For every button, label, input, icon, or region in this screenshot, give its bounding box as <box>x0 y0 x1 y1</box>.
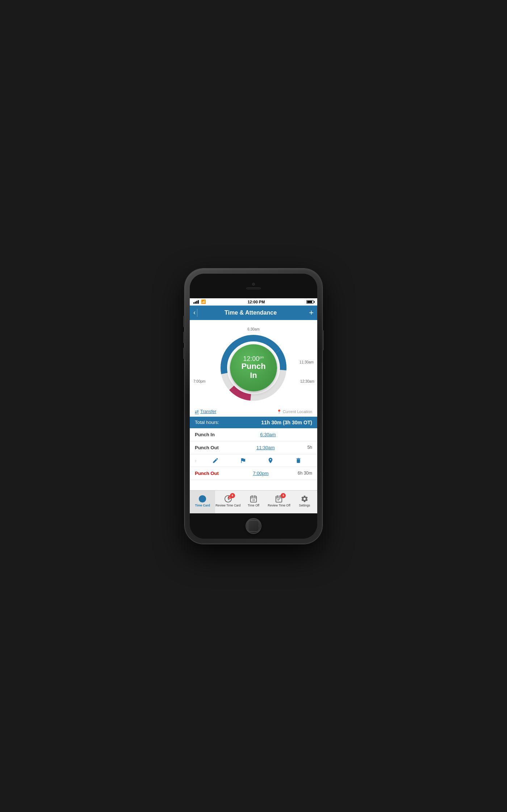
label-1230am: 12:30am <box>300 379 314 383</box>
settings-icon <box>301 495 309 503</box>
nav-settings[interactable]: Settings <box>292 491 317 513</box>
time-off-icon: 15 <box>250 495 257 503</box>
nav-time-off-label: Time Off <box>248 504 259 507</box>
signal-bars <box>193 300 199 304</box>
punch-out-row-2: Punch Out 7:00pm 6h 30m <box>190 467 317 480</box>
status-right <box>306 300 314 304</box>
punch-out-row-1: Punch Out 11:30am 5h <box>190 441 317 454</box>
transfer-row: ⇄ Transfer 📍 Current Location <box>190 407 317 417</box>
clock-display: 12:00pm <box>243 355 264 362</box>
review-time-off-badge: 8 <box>281 493 286 498</box>
main-content: 6:30am 11:30am 12:30am 7:00pm <box>190 320 317 490</box>
label-630am: 6:30am <box>247 327 259 331</box>
home-button-inner <box>248 520 259 532</box>
svg-text:15: 15 <box>252 499 255 501</box>
punch-label: PunchIn <box>241 362 265 379</box>
status-time: 12:00 PM <box>248 300 265 304</box>
review-time-card-badge: 8 <box>230 493 235 498</box>
punch-out-label-1: Punch Out <box>195 445 224 450</box>
phone-device: 📶 12:00 PM ‹ Time & Attendance + <box>185 269 322 544</box>
flag-button[interactable] <box>240 457 246 464</box>
app-header: ‹ Time & Attendance + <box>190 306 317 320</box>
total-hours-value: 11h 30m (3h 30m OT) <box>261 420 312 425</box>
status-bar: 📶 12:00 PM <box>190 298 317 306</box>
location-pin-icon: 📍 <box>277 409 282 414</box>
nav-settings-label: Settings <box>299 504 310 507</box>
punch-out-duration-2: 6h 30m <box>298 471 312 476</box>
phone-bottom <box>190 513 317 539</box>
punch-out-duration-1: 5h <box>307 445 312 450</box>
back-button[interactable]: ‹ <box>193 309 196 316</box>
total-hours-bar: Total hours: 11h 30m (3h 30m OT) <box>190 417 317 428</box>
phone-screen: 📶 12:00 PM ‹ Time & Attendance + <box>190 274 317 539</box>
home-button[interactable] <box>246 518 261 534</box>
clock-area: 6:30am 11:30am 12:30am 7:00pm <box>190 320 317 407</box>
nav-review-time-card[interactable]: 8 8 Review Time Card <box>215 491 240 513</box>
nav-review-time-off[interactable]: 8 Review Time Off <box>266 491 292 513</box>
total-hours-label: Total hours: <box>195 420 219 425</box>
screen: 📶 12:00 PM ‹ Time & Attendance + <box>190 298 317 513</box>
transfer-link[interactable]: ⇄ Transfer <box>195 409 216 415</box>
transfer-icon: ⇄ <box>195 409 199 415</box>
punch-in-label: Punch In <box>195 432 224 437</box>
battery-icon <box>306 300 314 304</box>
nav-time-card[interactable]: Time Card <box>190 491 215 513</box>
location-button[interactable] <box>267 457 274 464</box>
location-link[interactable]: 📍 Current Location <box>277 409 312 414</box>
camera <box>252 283 255 286</box>
transfer-label: Transfer <box>200 409 216 414</box>
review-time-card-icon: 8 8 <box>224 495 232 503</box>
punch-in-row: Punch In 6:30am <box>190 428 317 441</box>
action-row: › <box>190 454 317 467</box>
punch-out-time-1[interactable]: 11:30am <box>256 445 275 450</box>
location-label: Current Location <box>283 409 312 414</box>
phone-top-bar <box>190 274 317 298</box>
status-left: 📶 <box>193 299 206 304</box>
nav-review-time-card-label: Review Time Card <box>215 504 240 507</box>
edit-button[interactable] <box>212 457 219 464</box>
chevron-icon: › <box>195 458 197 463</box>
add-button[interactable]: + <box>309 308 314 317</box>
punch-in-button[interactable]: 12:00pm PunchIn <box>230 344 277 391</box>
punch-out-time-2[interactable]: 7:00pm <box>253 471 268 476</box>
donut-wrapper: 12:00pm PunchIn <box>217 332 290 404</box>
punch-in-time[interactable]: 6:30am <box>260 432 276 437</box>
bottom-nav: Time Card 8 8 Review Time Card <box>190 490 317 513</box>
nav-time-off[interactable]: 15 Time Off <box>241 491 266 513</box>
action-icons <box>202 457 312 464</box>
nav-review-time-off-label: Review Time Off <box>268 504 290 507</box>
time-card-icon <box>198 495 206 503</box>
speaker <box>246 287 261 289</box>
header-title: Time & Attendance <box>201 310 300 316</box>
nav-time-card-label: Time Card <box>195 504 210 507</box>
delete-button[interactable] <box>295 457 302 464</box>
label-700pm: 7:00pm <box>193 379 205 383</box>
wifi-icon: 📶 <box>201 299 206 304</box>
label-1130am: 11:30am <box>299 360 314 364</box>
punch-out-label-2: Punch Out <box>195 471 224 476</box>
review-time-off-icon: 8 <box>275 495 283 503</box>
header-divider <box>197 309 197 317</box>
